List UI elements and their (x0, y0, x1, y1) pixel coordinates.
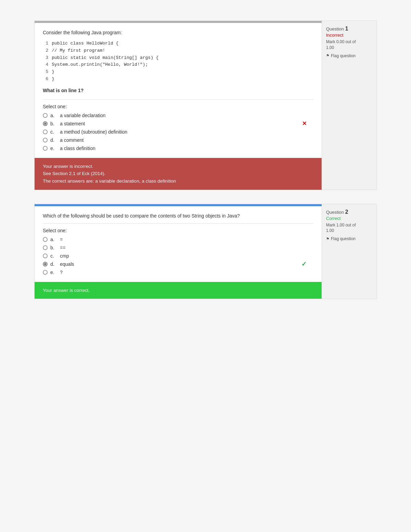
question-body-2: Which of the following should be used to… (35, 206, 322, 282)
line-code: } (52, 76, 54, 83)
code-line: 3 public static void main(String[] args)… (43, 54, 313, 62)
options-list: a.=b.==c.cmpd.equals✓e.? (43, 237, 313, 275)
flag-label: Flag question (331, 53, 356, 58)
code-line: 1public class HelloWorld { (43, 40, 313, 47)
question-sidebar-2: Question 2CorrectMark 1.00 out of 1.00⚑F… (322, 204, 377, 299)
code-line: 5 } (43, 69, 313, 76)
flag-label: Flag question (331, 236, 356, 241)
option-letter: e. (50, 270, 57, 275)
question-wrapper-2: Which of the following should be used to… (34, 204, 377, 299)
flag-question-button[interactable]: ⚑Flag question (326, 236, 372, 241)
question-main-2: Which of the following should be used to… (34, 204, 322, 299)
sidebar-question-num: Question 2 (326, 209, 372, 215)
sidebar-mark: Mark 0.00 out of 1.00 (326, 39, 372, 51)
line-code: public static void main(String[] args) { (52, 54, 159, 62)
option-item-0[interactable]: a.a variable declaration (43, 113, 313, 118)
question-text: Which of the following should be used to… (43, 213, 313, 219)
option-text: ? (60, 270, 63, 275)
question-intro: Consider the following Java program: (43, 30, 313, 35)
code-block: 1public class HelloWorld {2 // My first … (43, 40, 313, 83)
option-text: a comment (60, 137, 84, 143)
line-number: 6 (43, 76, 48, 83)
radio-circle[interactable] (43, 237, 48, 242)
radio-circle[interactable] (43, 138, 48, 143)
line-code: } (52, 69, 54, 76)
option-item-2[interactable]: c.a method (subroutine) definition (43, 129, 313, 135)
feedback-line: See Section 2.1 of Eck (2014). (43, 170, 313, 177)
option-letter: b. (50, 121, 57, 126)
options-list: a.a variable declarationb.a statement✕c.… (43, 113, 313, 151)
sidebar-mark: Mark 1.00 out of 1.00 (326, 222, 372, 234)
option-text: = (60, 237, 63, 242)
option-text: a variable declaration (60, 113, 105, 118)
line-number: 3 (43, 54, 48, 62)
option-letter: a. (50, 113, 57, 118)
line-number: 1 (43, 40, 48, 47)
sidebar-status: Correct (326, 216, 372, 221)
sidebar-question-num: Question 1 (326, 26, 372, 32)
question-sidebar-1: Question 1IncorrectMark 0.00 out of 1.00… (322, 21, 377, 190)
radio-circle[interactable] (43, 121, 48, 126)
option-item-0[interactable]: a.= (43, 237, 313, 242)
what-line-label: What is on line 1? (43, 88, 313, 93)
feedback-bar-2: Your answer is correct. (35, 282, 322, 299)
divider (43, 99, 313, 100)
option-letter: a. (50, 237, 57, 242)
select-one-label: Select one: (43, 104, 313, 109)
option-letter: c. (50, 129, 57, 135)
option-letter: e. (50, 146, 57, 151)
option-text: == (60, 245, 65, 250)
option-item-2[interactable]: c.cmp (43, 253, 313, 259)
option-text: a class definition (60, 146, 96, 151)
radio-circle[interactable] (43, 270, 48, 275)
flag-question-button[interactable]: ⚑Flag question (326, 53, 372, 58)
option-item-4[interactable]: e.a class definition (43, 146, 313, 151)
option-letter: b. (50, 245, 57, 250)
option-text: a statement (60, 121, 85, 126)
option-item-1[interactable]: b.== (43, 245, 313, 250)
option-letter: d. (50, 261, 57, 267)
option-item-3[interactable]: d.equals✓ (43, 261, 313, 267)
question-body-1: Consider the following Java program:1pub… (35, 23, 322, 158)
line-code: // My first program! (52, 47, 105, 54)
flag-icon: ⚑ (326, 53, 329, 58)
feedback-line: The correct answers are: a variable decl… (43, 177, 313, 185)
radio-circle[interactable] (43, 253, 48, 258)
radio-circle[interactable] (43, 129, 48, 134)
option-letter: c. (50, 253, 57, 259)
feedback-bar-1: Your answer is incorrect.See Section 2.1… (35, 158, 322, 190)
option-text: cmp (60, 253, 69, 259)
radio-circle[interactable] (43, 245, 48, 250)
option-text: equals (60, 261, 74, 267)
question-wrapper-1: Consider the following Java program:1pub… (34, 21, 377, 190)
select-one-label: Select one: (43, 228, 313, 233)
question-main-1: Consider the following Java program:1pub… (34, 21, 322, 190)
line-code: System.out.println("Hello, World!"); (52, 61, 148, 69)
code-line: 4 System.out.println("Hello, World!"); (43, 61, 313, 69)
feedback-line: Your answer is correct. (43, 287, 313, 294)
option-item-1[interactable]: b.a statement✕ (43, 121, 313, 126)
code-line: 6} (43, 76, 313, 83)
radio-circle[interactable] (43, 262, 48, 267)
wrong-mark-icon: ✕ (302, 120, 307, 127)
line-code: public class HelloWorld { (52, 40, 119, 47)
line-number: 5 (43, 69, 48, 76)
code-line: 2 // My first program! (43, 47, 313, 54)
divider (43, 223, 313, 224)
option-text: a method (subroutine) definition (60, 129, 127, 135)
radio-circle[interactable] (43, 146, 48, 151)
line-number: 2 (43, 47, 48, 54)
sidebar-status: Incorrect (326, 33, 372, 38)
correct-mark-icon: ✓ (301, 260, 307, 268)
option-letter: d. (50, 137, 57, 143)
feedback-line: Your answer is incorrect. (43, 163, 313, 170)
option-item-4[interactable]: e.? (43, 270, 313, 275)
line-number: 4 (43, 61, 48, 69)
radio-circle[interactable] (43, 113, 48, 118)
flag-icon: ⚑ (326, 237, 329, 241)
option-item-3[interactable]: d.a comment (43, 137, 313, 143)
page-container: Consider the following Java program:1pub… (34, 21, 377, 299)
